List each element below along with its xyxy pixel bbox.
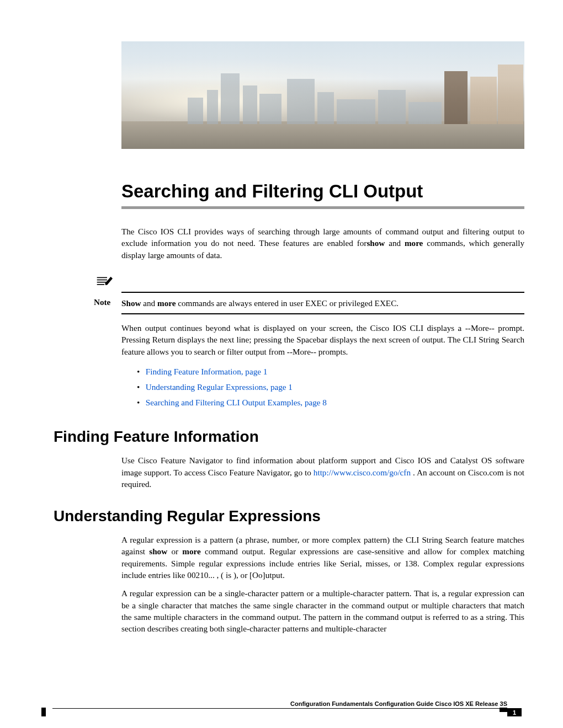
text: and [141, 298, 157, 308]
text: When output continues beyond what is dis… [121, 322, 524, 357]
intro-paragraph: The Cisco IOS CLI provides ways of searc… [121, 226, 524, 261]
page-footer: Configuration Fundamentals Configuration… [41, 700, 522, 709]
note-label: Note [94, 297, 121, 309]
bold-more: more [405, 238, 423, 248]
toc-item: • Searching and Filtering CLI Output Exa… [121, 395, 524, 410]
table-of-contents: • Finding Feature Information, page 1 • … [121, 364, 524, 410]
note-text: Show and more commands are always entere… [121, 297, 524, 309]
cfn-link[interactable]: http://www.cisco.com/go/cfn [314, 468, 411, 477]
footer-left-mark [41, 708, 46, 716]
chapter-title: Searching and Filtering CLI Output [121, 181, 522, 202]
document-page: Searching and Filtering CLI Output The C… [0, 0, 563, 728]
footer-guide-title: Configuration Fundamentals Configuration… [41, 700, 522, 707]
toc-link[interactable]: Searching and Filtering CLI Output Examp… [146, 398, 327, 407]
bold-more: more [182, 547, 200, 556]
text: and [385, 238, 405, 248]
text: or [167, 547, 182, 556]
section-body: Use Cisco Feature Navigator to find info… [121, 454, 524, 490]
toc-link[interactable]: Understanding Regular Expressions, page … [146, 382, 293, 392]
text: A regular expression can be a single-cha… [121, 587, 524, 634]
intro-paragraph-2: When output continues beyond what is dis… [121, 322, 524, 357]
note-callout: Note Show and more commands are always e… [94, 273, 524, 314]
hero-banner-image [121, 41, 524, 149]
bold-show: Show [121, 298, 141, 308]
toc-item: • Understanding Regular Expressions, pag… [121, 379, 524, 395]
bold-show: show [149, 547, 167, 556]
note-pencil-icon [95, 273, 114, 290]
toc-link[interactable]: Finding Feature Information, page 1 [146, 367, 268, 376]
toc-item: • Finding Feature Information, page 1 [121, 364, 524, 379]
section-heading-regex: Understanding Regular Expressions [54, 507, 522, 525]
bold-more: more [157, 298, 176, 308]
section-body: A regular expression is a pattern (a phr… [121, 534, 524, 634]
title-underline [121, 206, 524, 209]
bold-show: show [367, 238, 385, 248]
section-heading-finding-feature: Finding Feature Information [54, 428, 522, 446]
text: commands are always entered in user EXEC… [176, 298, 399, 308]
page-number: 1 [507, 709, 522, 716]
